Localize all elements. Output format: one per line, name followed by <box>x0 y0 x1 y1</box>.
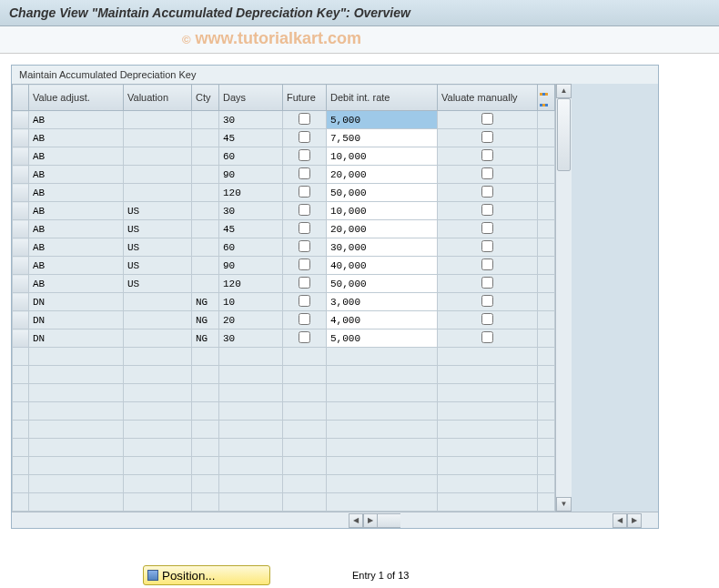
hscroll-left-2[interactable]: ◀ <box>613 513 627 528</box>
cell-value-adjust[interactable]: AB <box>29 111 124 129</box>
row-selector[interactable] <box>13 293 29 311</box>
col-header-valuation[interactable]: Valuation <box>124 85 192 111</box>
cell-debit[interactable] <box>327 184 438 202</box>
debit-input[interactable] <box>327 311 437 329</box>
debit-input[interactable] <box>327 293 437 310</box>
row-selector[interactable] <box>13 366 29 384</box>
cell-debit[interactable] <box>327 147 438 166</box>
cell-cty[interactable] <box>192 111 219 129</box>
cell-debit[interactable] <box>327 238 438 257</box>
cell-cty[interactable] <box>192 257 219 275</box>
debit-input[interactable] <box>327 166 437 183</box>
manual-checkbox[interactable] <box>481 186 493 198</box>
cell-cty[interactable] <box>192 220 219 238</box>
cell-valuation[interactable]: US <box>124 275 192 293</box>
col-header-days[interactable]: Days <box>219 85 283 111</box>
hscroll-left[interactable]: ◀ <box>349 513 363 528</box>
cell-debit[interactable] <box>327 111 438 129</box>
cell-cty[interactable] <box>192 275 219 293</box>
cell-debit[interactable] <box>327 311 438 329</box>
scroll-thumb[interactable] <box>557 98 571 171</box>
cell-value-adjust[interactable]: AB <box>29 275 124 293</box>
future-checkbox[interactable] <box>299 331 310 343</box>
cell-manual[interactable] <box>438 129 538 147</box>
cell-future[interactable] <box>283 202 327 220</box>
cell-cty[interactable] <box>192 129 219 147</box>
cell-cty[interactable] <box>192 147 219 166</box>
cell-valuation[interactable] <box>124 311 192 329</box>
scroll-down-arrow[interactable]: ▼ <box>556 497 572 512</box>
manual-checkbox[interactable] <box>481 204 493 216</box>
future-checkbox[interactable] <box>299 113 310 125</box>
debit-input[interactable] <box>327 220 437 238</box>
cell-value-adjust[interactable]: DN <box>29 293 124 311</box>
cell-manual[interactable] <box>438 111 538 129</box>
cell-value-adjust[interactable]: DN <box>29 311 124 329</box>
cell-valuation[interactable] <box>124 129 192 147</box>
row-selector[interactable] <box>13 384 29 402</box>
row-selector[interactable] <box>13 329 29 348</box>
manual-checkbox[interactable] <box>481 222 493 234</box>
cell-manual[interactable] <box>438 257 538 275</box>
manual-checkbox[interactable] <box>481 131 493 143</box>
cell-days[interactable]: 90 <box>219 166 283 184</box>
row-selector[interactable] <box>13 147 29 166</box>
manual-checkbox[interactable] <box>481 240 493 252</box>
cell-valuation[interactable] <box>124 166 192 184</box>
cell-future[interactable] <box>283 166 327 184</box>
cell-value-adjust[interactable]: AB <box>29 238 124 257</box>
cell-value-adjust[interactable]: AB <box>29 184 124 202</box>
cell-debit[interactable] <box>327 329 438 348</box>
cell-future[interactable] <box>283 147 327 166</box>
cell-days[interactable]: 45 <box>219 220 283 238</box>
manual-checkbox[interactable] <box>481 259 493 270</box>
future-checkbox[interactable] <box>299 131 310 143</box>
hscroll-right-2[interactable]: ▶ <box>627 513 642 528</box>
future-checkbox[interactable] <box>299 295 310 307</box>
cell-future[interactable] <box>283 329 327 348</box>
manual-checkbox[interactable] <box>481 277 493 289</box>
future-checkbox[interactable] <box>299 222 310 234</box>
cell-days[interactable]: 60 <box>219 147 283 166</box>
future-checkbox[interactable] <box>299 186 310 198</box>
cell-valuation[interactable] <box>124 293 192 311</box>
debit-input[interactable] <box>327 257 437 274</box>
cell-days[interactable]: 30 <box>219 329 283 348</box>
future-checkbox[interactable] <box>299 313 310 325</box>
cell-manual[interactable] <box>438 220 538 238</box>
cell-days[interactable]: 120 <box>219 184 283 202</box>
cell-valuation[interactable] <box>124 147 192 166</box>
row-selector[interactable] <box>13 493 29 512</box>
future-checkbox[interactable] <box>299 277 310 289</box>
manual-checkbox[interactable] <box>481 331 493 343</box>
cell-manual[interactable] <box>438 311 538 329</box>
cell-days[interactable]: 30 <box>219 202 283 220</box>
cell-cty[interactable]: NG <box>192 311 219 329</box>
row-selector[interactable] <box>13 457 29 475</box>
cell-cty[interactable]: NG <box>192 293 219 311</box>
cell-cty[interactable] <box>192 238 219 257</box>
cell-future[interactable] <box>283 220 327 238</box>
cell-future[interactable] <box>283 184 327 202</box>
cell-days[interactable]: 10 <box>219 293 283 311</box>
cell-manual[interactable] <box>438 293 538 311</box>
debit-input[interactable] <box>327 184 437 201</box>
cell-value-adjust[interactable]: DN <box>29 329 124 348</box>
col-header-debit[interactable]: Debit int. rate <box>327 85 438 111</box>
col-header-manual[interactable]: Valuate manually <box>438 85 538 111</box>
cell-manual[interactable] <box>438 147 538 166</box>
cell-future[interactable] <box>283 275 327 293</box>
cell-future[interactable] <box>283 257 327 275</box>
cell-manual[interactable] <box>438 184 538 202</box>
debit-input[interactable] <box>327 238 437 256</box>
cell-manual[interactable] <box>438 238 538 257</box>
cell-value-adjust[interactable]: AB <box>29 202 124 220</box>
row-selector[interactable] <box>13 184 29 202</box>
cell-valuation[interactable] <box>124 111 192 129</box>
col-header-value-adjust[interactable]: Value adjust. <box>29 85 124 111</box>
vertical-scrollbar[interactable]: ▲ ▼ <box>555 84 572 512</box>
cell-value-adjust[interactable]: AB <box>29 147 124 166</box>
horizontal-scrollbar-left[interactable]: ◀ ▶ <box>349 512 400 528</box>
row-selector[interactable] <box>13 238 29 257</box>
debit-input[interactable] <box>327 275 437 292</box>
